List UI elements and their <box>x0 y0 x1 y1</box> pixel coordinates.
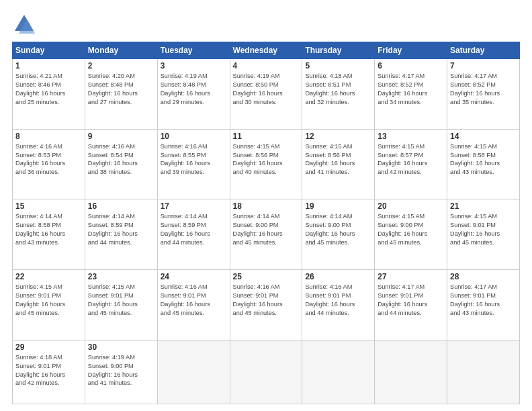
table-row: 13Sunrise: 4:15 AM Sunset: 8:57 PM Dayli… <box>375 129 447 199</box>
table-row: 1Sunrise: 4:21 AM Sunset: 8:46 PM Daylig… <box>13 59 85 130</box>
table-row: 10Sunrise: 4:16 AM Sunset: 8:55 PM Dayli… <box>157 129 230 199</box>
table-row <box>375 340 447 404</box>
table-row: 25Sunrise: 4:16 AM Sunset: 9:01 PM Dayli… <box>230 270 302 340</box>
table-row: 28Sunrise: 4:17 AM Sunset: 9:01 PM Dayli… <box>447 270 520 340</box>
day-number: 3 <box>161 61 227 71</box>
day-number: 17 <box>161 201 227 211</box>
cell-info: Sunrise: 4:15 AM Sunset: 8:56 PM Dayligh… <box>305 142 371 177</box>
table-row: 23Sunrise: 4:15 AM Sunset: 9:01 PM Dayli… <box>85 270 157 340</box>
table-row: 19Sunrise: 4:14 AM Sunset: 9:00 PM Dayli… <box>302 199 375 270</box>
table-row: 26Sunrise: 4:16 AM Sunset: 9:01 PM Dayli… <box>302 270 375 340</box>
cell-info: Sunrise: 4:16 AM Sunset: 9:01 PM Dayligh… <box>233 283 300 318</box>
calendar-week-row: 8Sunrise: 4:16 AM Sunset: 8:53 PM Daylig… <box>13 129 520 199</box>
cell-info: Sunrise: 4:18 AM Sunset: 9:01 PM Dayligh… <box>15 353 82 388</box>
day-number: 23 <box>88 272 154 281</box>
cell-info: Sunrise: 4:15 AM Sunset: 8:56 PM Dayligh… <box>233 142 300 177</box>
col-sunday: Sunday <box>13 42 85 59</box>
cell-info: Sunrise: 4:15 AM Sunset: 9:01 PM Dayligh… <box>88 283 154 318</box>
day-number: 14 <box>450 132 517 141</box>
day-number: 27 <box>378 272 444 281</box>
table-row: 15Sunrise: 4:14 AM Sunset: 8:58 PM Dayli… <box>13 199 85 270</box>
table-row: 5Sunrise: 4:18 AM Sunset: 8:51 PM Daylig… <box>302 59 375 130</box>
day-number: 29 <box>15 342 82 352</box>
day-number: 25 <box>233 272 300 281</box>
table-row: 21Sunrise: 4:15 AM Sunset: 9:01 PM Dayli… <box>447 199 520 270</box>
day-number: 8 <box>15 132 82 141</box>
cell-info: Sunrise: 4:15 AM Sunset: 8:57 PM Dayligh… <box>378 142 444 177</box>
day-number: 5 <box>305 61 371 71</box>
table-row: 9Sunrise: 4:16 AM Sunset: 8:54 PM Daylig… <box>85 129 157 199</box>
day-number: 20 <box>378 201 444 211</box>
cell-info: Sunrise: 4:14 AM Sunset: 8:58 PM Dayligh… <box>15 212 82 247</box>
table-row: 7Sunrise: 4:17 AM Sunset: 8:52 PM Daylig… <box>447 59 520 130</box>
cell-info: Sunrise: 4:20 AM Sunset: 8:48 PM Dayligh… <box>88 72 154 107</box>
table-row <box>302 340 375 404</box>
cell-info: Sunrise: 4:14 AM Sunset: 9:00 PM Dayligh… <box>305 212 371 247</box>
cell-info: Sunrise: 4:15 AM Sunset: 9:01 PM Dayligh… <box>15 283 82 318</box>
table-row: 24Sunrise: 4:16 AM Sunset: 9:01 PM Dayli… <box>157 270 230 340</box>
cell-info: Sunrise: 4:17 AM Sunset: 8:52 PM Dayligh… <box>450 72 517 107</box>
col-monday: Monday <box>85 42 157 59</box>
day-number: 19 <box>305 201 371 211</box>
table-row: 2Sunrise: 4:20 AM Sunset: 8:48 PM Daylig… <box>85 59 157 130</box>
day-number: 28 <box>450 272 517 281</box>
logo-icon <box>12 12 36 36</box>
table-row: 12Sunrise: 4:15 AM Sunset: 8:56 PM Dayli… <box>302 129 375 199</box>
day-number: 26 <box>305 272 371 281</box>
table-row <box>447 340 520 404</box>
calendar-week-row: 15Sunrise: 4:14 AM Sunset: 8:58 PM Dayli… <box>13 199 520 270</box>
cell-info: Sunrise: 4:18 AM Sunset: 8:51 PM Dayligh… <box>305 72 371 107</box>
header <box>12 12 520 36</box>
col-wednesday: Wednesday <box>230 42 302 59</box>
table-row <box>230 340 302 404</box>
table-row <box>157 340 230 404</box>
cell-info: Sunrise: 4:14 AM Sunset: 9:00 PM Dayligh… <box>233 212 300 247</box>
table-row: 22Sunrise: 4:15 AM Sunset: 9:01 PM Dayli… <box>13 270 85 340</box>
col-tuesday: Tuesday <box>157 42 230 59</box>
table-row: 20Sunrise: 4:15 AM Sunset: 9:00 PM Dayli… <box>375 199 447 270</box>
cell-info: Sunrise: 4:17 AM Sunset: 9:01 PM Dayligh… <box>450 283 517 318</box>
table-row: 8Sunrise: 4:16 AM Sunset: 8:53 PM Daylig… <box>13 129 85 199</box>
cell-info: Sunrise: 4:21 AM Sunset: 8:46 PM Dayligh… <box>15 72 82 107</box>
day-number: 11 <box>233 132 300 141</box>
calendar-week-row: 1Sunrise: 4:21 AM Sunset: 8:46 PM Daylig… <box>13 59 520 130</box>
cell-info: Sunrise: 4:16 AM Sunset: 9:01 PM Dayligh… <box>161 283 227 318</box>
table-row: 3Sunrise: 4:19 AM Sunset: 8:48 PM Daylig… <box>157 59 230 130</box>
calendar-header-row: Sunday Monday Tuesday Wednesday Thursday… <box>13 42 520 59</box>
table-row: 29Sunrise: 4:18 AM Sunset: 9:01 PM Dayli… <box>13 340 85 404</box>
cell-info: Sunrise: 4:15 AM Sunset: 9:01 PM Dayligh… <box>450 212 517 247</box>
day-number: 18 <box>233 201 300 211</box>
table-row: 11Sunrise: 4:15 AM Sunset: 8:56 PM Dayli… <box>230 129 302 199</box>
day-number: 21 <box>450 201 517 211</box>
day-number: 15 <box>15 201 82 211</box>
day-number: 22 <box>15 272 82 281</box>
table-row: 27Sunrise: 4:17 AM Sunset: 9:01 PM Dayli… <box>375 270 447 340</box>
page: Sunday Monday Tuesday Wednesday Thursday… <box>0 0 532 411</box>
calendar-week-row: 29Sunrise: 4:18 AM Sunset: 9:01 PM Dayli… <box>13 340 520 404</box>
table-row: 30Sunrise: 4:19 AM Sunset: 9:00 PM Dayli… <box>85 340 157 404</box>
day-number: 30 <box>88 342 154 352</box>
col-thursday: Thursday <box>302 42 375 59</box>
cell-info: Sunrise: 4:17 AM Sunset: 8:52 PM Dayligh… <box>378 72 444 107</box>
logo <box>12 12 39 36</box>
day-number: 12 <box>305 132 371 141</box>
cell-info: Sunrise: 4:15 AM Sunset: 8:58 PM Dayligh… <box>450 142 517 177</box>
day-number: 6 <box>378 61 444 71</box>
calendar-table: Sunday Monday Tuesday Wednesday Thursday… <box>12 42 520 404</box>
day-number: 4 <box>233 61 300 71</box>
day-number: 24 <box>161 272 227 281</box>
day-number: 1 <box>15 61 82 71</box>
table-row: 16Sunrise: 4:14 AM Sunset: 8:59 PM Dayli… <box>85 199 157 270</box>
cell-info: Sunrise: 4:14 AM Sunset: 8:59 PM Dayligh… <box>161 212 227 247</box>
cell-info: Sunrise: 4:19 AM Sunset: 8:50 PM Dayligh… <box>233 72 300 107</box>
day-number: 16 <box>88 201 154 211</box>
table-row: 4Sunrise: 4:19 AM Sunset: 8:50 PM Daylig… <box>230 59 302 130</box>
cell-info: Sunrise: 4:16 AM Sunset: 8:55 PM Dayligh… <box>161 142 227 177</box>
cell-info: Sunrise: 4:16 AM Sunset: 8:53 PM Dayligh… <box>15 142 82 177</box>
table-row: 17Sunrise: 4:14 AM Sunset: 8:59 PM Dayli… <box>157 199 230 270</box>
cell-info: Sunrise: 4:15 AM Sunset: 9:00 PM Dayligh… <box>378 212 444 247</box>
col-saturday: Saturday <box>447 42 520 59</box>
cell-info: Sunrise: 4:14 AM Sunset: 8:59 PM Dayligh… <box>88 212 154 247</box>
table-row: 6Sunrise: 4:17 AM Sunset: 8:52 PM Daylig… <box>375 59 447 130</box>
cell-info: Sunrise: 4:16 AM Sunset: 9:01 PM Dayligh… <box>305 283 371 318</box>
